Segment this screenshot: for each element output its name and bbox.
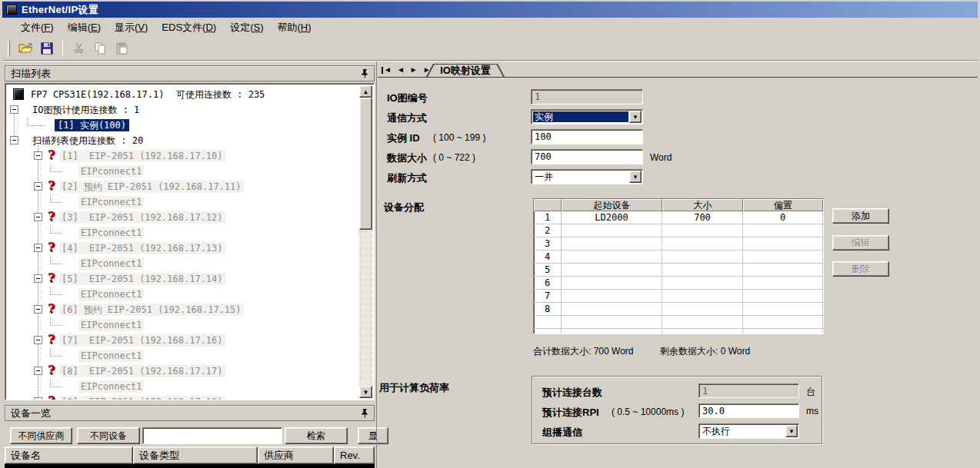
show-button-clipped[interactable]: 显	[358, 427, 388, 444]
tree-node-connection[interactable]: EIPconnect1	[78, 350, 144, 362]
alloc-cell[interactable]	[562, 237, 662, 251]
alloc-table-row[interactable]: 6	[534, 277, 823, 290]
tree-node-connection[interactable]: EIPconnect1	[78, 380, 144, 393]
dropdown-arrow-button[interactable]: ▼	[785, 425, 798, 437]
tree-node-device[interactable]: [4] EIP-2051 (192.168.17.13)	[59, 242, 225, 254]
collapse-expander-icon[interactable]	[34, 305, 42, 314]
alloc-cell[interactable]	[562, 329, 662, 334]
alloc-cell[interactable]: 0	[743, 211, 823, 224]
comm-method-select[interactable]: 实例 ▼	[531, 109, 643, 124]
tree-node-connection[interactable]: EIPconnect1	[78, 257, 144, 270]
tree-node-connection[interactable]: EIPconnect1	[78, 319, 144, 331]
alloc-cell[interactable]	[743, 264, 823, 277]
alloc-cell[interactable]	[562, 316, 662, 329]
device-table-column-header[interactable]: 供应商	[258, 446, 334, 464]
alloc-cell[interactable]	[562, 264, 662, 277]
tab-scroll-next-button[interactable]: ►	[410, 66, 418, 74]
collapse-expander-icon[interactable]	[34, 182, 42, 191]
alloc-table-row[interactable]: 5	[534, 264, 823, 277]
alloc-cell[interactable]: 700	[662, 211, 743, 224]
tree-node-connection[interactable]: EIPconnect1	[78, 227, 144, 239]
menu-item-help[interactable]: 帮助(H)	[271, 19, 318, 36]
alloc-table-row[interactable]	[534, 316, 823, 329]
tree-node-device[interactable]: [1] EIP-2051 (192.168.17.10)	[59, 150, 225, 162]
tree-node-device[interactable]: [6] 预约 EIP-2051 (192.168.17.15)	[59, 304, 244, 316]
scan-list-tree[interactable]: FP7 CPS31E(192.168.17.1)可使用连接数 : 235IO图预…	[5, 83, 375, 400]
menu-item-edit[interactable]: 编辑(E)	[61, 19, 108, 36]
collapse-expander-icon[interactable]	[34, 274, 42, 283]
device-allocation-table[interactable]: 起始设备大小偏置1LD200070002345678	[533, 198, 824, 334]
alloc-cell[interactable]	[743, 224, 823, 237]
menu-item-eds-file[interactable]: EDS文件(D)	[155, 19, 223, 36]
dropdown-arrow-button[interactable]: ▼	[629, 111, 642, 123]
dropdown-arrow-button[interactable]: ▼	[629, 171, 642, 183]
alloc-column-header[interactable]: 偏置	[743, 199, 823, 211]
collapse-expander-icon[interactable]	[34, 244, 42, 252]
tree-root-label[interactable]: FP7 CPS31E(192.168.17.1)	[31, 88, 164, 101]
device-table-column-header[interactable]: Rev.	[334, 446, 375, 464]
alloc-table-row[interactable]: 1LD20007000	[534, 211, 823, 224]
menu-item-file[interactable]: 文件(F)	[14, 19, 61, 36]
collapse-expander-icon[interactable]	[34, 397, 42, 400]
tree-node-connection[interactable]: EIPconnect1	[78, 196, 144, 208]
tree-node-connection[interactable]: EIPconnect1	[78, 165, 144, 178]
alloc-cell[interactable]	[743, 303, 823, 316]
tree-node-device[interactable]: [8] EIP-2051 (192.168.17.17)	[59, 365, 225, 377]
alloc-cell[interactable]	[662, 290, 743, 303]
pin-icon[interactable]	[362, 409, 368, 418]
by-device-button[interactable]: 不同设备	[77, 427, 140, 444]
alloc-column-header[interactable]: 起始设备	[562, 199, 662, 211]
alloc-table-row[interactable]	[534, 329, 823, 334]
alloc-cell[interactable]	[662, 251, 743, 264]
alloc-cell[interactable]	[534, 329, 562, 334]
add-button[interactable]: 添加	[832, 208, 889, 224]
alloc-cell[interactable]	[562, 303, 662, 316]
alloc-cell[interactable]: 2	[534, 224, 562, 237]
collapse-expander-icon[interactable]	[34, 336, 42, 344]
instance-id-input[interactable]: 100	[531, 129, 643, 144]
collapse-expander-icon[interactable]	[34, 367, 42, 375]
save-button[interactable]	[38, 39, 56, 58]
alloc-cell[interactable]	[743, 237, 823, 251]
alloc-cell[interactable]	[743, 251, 823, 264]
by-vendor-button[interactable]: 不同供应商	[10, 427, 72, 444]
alloc-cell[interactable]	[743, 316, 823, 329]
search-button[interactable]: 检索	[285, 427, 348, 444]
menu-item-view[interactable]: 显示(V)	[108, 19, 155, 36]
alloc-cell[interactable]: 5	[534, 264, 562, 277]
alloc-cell[interactable]	[562, 224, 662, 237]
alloc-cell[interactable]: 4	[534, 251, 562, 264]
alloc-cell[interactable]	[662, 329, 743, 334]
alloc-cell[interactable]	[562, 251, 662, 264]
tree-node-label[interactable]: IO图预计使用连接数 : 1	[32, 104, 139, 116]
tree-scrollbar-track[interactable]: ▲ ▼	[359, 85, 372, 398]
scrollbar-thumb[interactable]	[359, 98, 372, 230]
alloc-table-row[interactable]: 2	[534, 224, 823, 237]
tree-node-connection[interactable]: EIPconnect1	[78, 288, 144, 300]
alloc-cell[interactable]	[562, 277, 662, 290]
refresh-method-select[interactable]: 一并 ▼	[531, 169, 643, 184]
alloc-table-row[interactable]: 8	[534, 303, 823, 316]
alloc-cell[interactable]	[743, 277, 823, 290]
tree-node-label[interactable]: 扫描列表使用连接数 : 20	[32, 134, 143, 147]
data-size-input[interactable]: 700	[531, 149, 643, 164]
alloc-cell[interactable]	[743, 329, 823, 334]
alloc-cell[interactable]	[662, 224, 743, 237]
tree-node-selected[interactable]: [1] 实例(100)	[55, 119, 129, 131]
collapse-expander-icon[interactable]	[10, 105, 18, 114]
alloc-cell[interactable]	[662, 277, 743, 290]
alloc-cell[interactable]	[662, 237, 743, 251]
alloc-cell[interactable]: LD2000	[562, 211, 662, 224]
scrollbar-up-button[interactable]: ▲	[359, 85, 372, 98]
alloc-table-row[interactable]: 3	[534, 237, 823, 251]
alloc-cell[interactable]: 1	[534, 211, 562, 224]
alloc-column-header[interactable]	[534, 199, 562, 211]
pin-icon[interactable]	[362, 69, 368, 78]
alloc-cell[interactable]: 6	[534, 277, 562, 290]
collapse-expander-icon[interactable]	[10, 136, 18, 144]
panel-splitter[interactable]	[376, 61, 377, 468]
alloc-cell[interactable]: 7	[534, 290, 562, 303]
alloc-cell[interactable]	[662, 264, 743, 277]
alloc-table-row[interactable]: 7	[534, 290, 823, 303]
multicast-select[interactable]: 不执行 ▼	[698, 423, 799, 439]
